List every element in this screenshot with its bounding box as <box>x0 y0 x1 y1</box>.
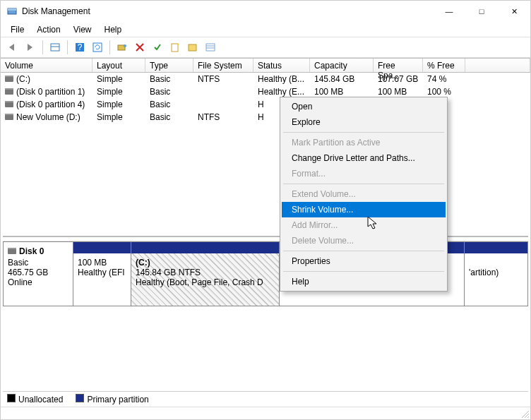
disk-row: Disk 0 Basic 465.75 GB Online 100 MB Hea… <box>3 241 528 306</box>
close-button[interactable]: ✕ <box>498 1 530 22</box>
disk-icon <box>5 74 16 84</box>
help-icon[interactable]: ? <box>72 40 88 55</box>
svg-rect-2 <box>51 44 59 51</box>
col-status[interactable]: Status <box>253 59 310 72</box>
volume-row[interactable]: (Disk 0 partition 1) Simple Basic Health… <box>1 85 530 98</box>
maximize-button[interactable]: □ <box>465 1 498 22</box>
forward-button[interactable] <box>23 40 38 55</box>
toolbar: ? <box>1 37 530 58</box>
partition-selected[interactable]: (C:) 145.84 GB NTFS Healthy (Boot, Page … <box>131 242 280 306</box>
settings-icon[interactable] <box>114 40 130 55</box>
menu-file[interactable]: File <box>5 23 30 36</box>
partition[interactable]: 100 MB Healthy (EFI <box>73 242 131 306</box>
menu-view[interactable]: View <box>68 23 97 36</box>
check-icon[interactable] <box>150 40 165 55</box>
window-title: Disk Management <box>22 6 433 16</box>
svg-rect-1 <box>8 8 16 11</box>
ctx-change-letter[interactable]: Change Drive Letter and Paths... <box>282 150 446 166</box>
app-icon <box>6 6 18 17</box>
legend: Unallocated Primary partition <box>3 391 528 407</box>
volume-list: (C:) Simple Basic NTFS Healthy (B... 145… <box>1 73 530 235</box>
svg-rect-9 <box>172 44 178 52</box>
new-icon[interactable] <box>167 40 183 55</box>
menu-bar: File Action View Help <box>1 22 530 37</box>
svg-point-8 <box>124 44 126 47</box>
refresh-icon[interactable] <box>90 40 105 55</box>
context-menu: Open Explore Mark Partition as Active Ch… <box>280 97 448 292</box>
partition[interactable]: 'artition) <box>465 242 528 306</box>
delete-icon[interactable] <box>132 40 148 55</box>
col-pct[interactable]: % Free <box>423 59 465 72</box>
col-filesystem[interactable]: File System <box>193 59 253 72</box>
swatch-unallocated <box>7 394 16 402</box>
show-hide-console-icon[interactable] <box>47 40 63 55</box>
list-icon[interactable] <box>203 40 218 55</box>
title-bar: Disk Management — □ ✕ <box>1 1 530 22</box>
disk-icon <box>5 112 16 122</box>
ctx-delete: Delete Volume... <box>282 233 446 248</box>
col-free[interactable]: Free Spa... <box>374 59 423 72</box>
disk-icon <box>8 246 19 256</box>
menu-action[interactable]: Action <box>31 23 66 36</box>
ctx-open[interactable]: Open <box>282 99 446 114</box>
col-layout[interactable]: Layout <box>93 59 145 72</box>
ctx-format: Format... <box>282 166 446 181</box>
svg-text:?: ? <box>78 42 83 52</box>
resize-grip[interactable] <box>519 408 529 418</box>
ctx-explore[interactable]: Explore <box>282 114 446 130</box>
menu-help[interactable]: Help <box>99 23 128 36</box>
disk-icon <box>5 100 16 109</box>
ctx-mark-active: Mark Partition as Active <box>282 135 446 150</box>
col-type[interactable]: Type <box>145 59 193 72</box>
disk-graphical-view: Disk 0 Basic 465.75 GB Online 100 MB Hea… <box>3 236 528 391</box>
volume-row[interactable]: (C:) Simple Basic NTFS Healthy (B... 145… <box>1 73 530 85</box>
status-bar <box>1 407 530 419</box>
ctx-help[interactable]: Help <box>282 274 446 289</box>
ctx-add-mirror: Add Mirror... <box>282 217 446 233</box>
volume-row[interactable]: New Volume (D:) Simple Basic NTFS H <box>1 111 530 124</box>
disk-info[interactable]: Disk 0 Basic 465.75 GB Online <box>3 242 73 306</box>
swatch-primary <box>76 394 84 402</box>
col-capacity[interactable]: Capacity <box>310 59 374 72</box>
volume-row[interactable]: (Disk 0 partition 4) Simple Basic H <box>1 98 530 111</box>
svg-rect-10 <box>189 44 196 51</box>
volume-list-header: Volume Layout Type File System Status Ca… <box>1 58 530 73</box>
ctx-properties[interactable]: Properties <box>282 253 446 269</box>
disk-icon <box>5 87 16 97</box>
back-button[interactable] <box>5 40 20 55</box>
col-volume[interactable]: Volume <box>1 59 93 72</box>
ctx-extend: Extend Volume... <box>282 186 446 202</box>
ctx-shrink[interactable]: Shrink Volume... <box>282 202 446 217</box>
properties-icon[interactable] <box>185 40 201 55</box>
svg-rect-6 <box>93 43 102 52</box>
minimize-button[interactable]: — <box>433 1 465 22</box>
svg-rect-11 <box>206 44 215 51</box>
